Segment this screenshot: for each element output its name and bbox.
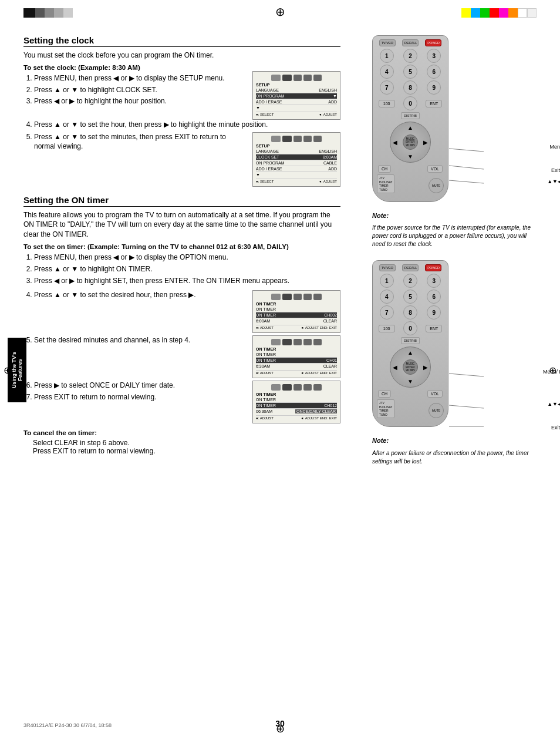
- timer-step-7: Press EXIT to return to normal viewing.: [34, 392, 247, 402]
- svg-line-1: [449, 166, 484, 169]
- svg-line-3: [449, 374, 484, 376]
- note-1: Note: If the power source for the TV is …: [372, 211, 537, 248]
- section-clock-title: Setting the clock: [23, 35, 340, 47]
- cancel-timer-section: To cancel the on timer: Select CLEAR in …: [23, 429, 340, 455]
- note-2: Note: After a power failure or disconnec…: [372, 436, 537, 465]
- clock-steps-list: Press MENU, then press ◀ or ▶ to display…: [34, 73, 247, 108]
- r2-num-2[interactable]: 2: [403, 274, 417, 288]
- r2-num-5[interactable]: 5: [403, 290, 417, 304]
- num-1-btn[interactable]: 1: [380, 49, 394, 63]
- cancel-step-2: Press EXIT to return to normal viewing.: [33, 447, 340, 455]
- top-left-strip: [23, 8, 73, 18]
- remote-2: TV/VEO RECALL POWER 1 2 3 4 5 6 7 8 9: [372, 260, 448, 427]
- r2-nav-left[interactable]: ◀: [393, 364, 397, 371]
- mute-btn-2[interactable]: MUTE: [429, 403, 444, 418]
- jtv-btn[interactable]: JTVH-DL/SATTIMERTUND: [377, 174, 394, 193]
- num-6-btn[interactable]: 6: [427, 65, 441, 79]
- num-9-btn[interactable]: 9: [427, 80, 441, 95]
- note-2-title: Note:: [372, 436, 537, 445]
- section-on-timer: Setting the ON timer This feature allows…: [23, 195, 340, 456]
- top-right-strip: [461, 8, 537, 18]
- clock-step-5-list: Press ▲ or ▼ to set the minutes, then pr…: [34, 132, 247, 154]
- nav-down-btn[interactable]: ▼: [407, 153, 413, 160]
- r2-100-btn[interactable]: 100: [379, 325, 395, 332]
- mute-btn-1[interactable]: MUTE: [429, 178, 444, 193]
- footer-left: 3R40121A/E P24-30 30 6/7/04, 18:58: [23, 722, 112, 728]
- timer-step-6: Press ▶ to select ONCE or DAILY timer da…: [34, 381, 247, 391]
- r2-0-btn[interactable]: 0: [403, 321, 417, 335]
- num-7-btn[interactable]: 7: [380, 80, 394, 95]
- r2-vol-btn[interactable]: VOL: [427, 390, 443, 398]
- power-btn[interactable]: POWER: [425, 39, 441, 46]
- top-crosshair: ⊕: [275, 5, 285, 19]
- r2-nav-up[interactable]: ▲: [407, 349, 413, 356]
- clock-step-1: Press MENU, then press ◀ or ▶ to display…: [34, 73, 247, 83]
- r2-num-4[interactable]: 4: [380, 290, 394, 304]
- r2-nav-right[interactable]: ▶: [423, 364, 428, 371]
- exit-label-2: Exit: [551, 425, 560, 430]
- sidebar-tab: Using the TV's Features: [8, 338, 26, 402]
- num-0-btn[interactable]: 0: [403, 96, 417, 110]
- num-5-btn[interactable]: 5: [403, 65, 417, 79]
- clock-step-3: Press ◀ or ▶ to highlight the hour posit…: [34, 96, 247, 106]
- timer-steps-list: Press MENU, then press ◀ or ▶ to display…: [34, 253, 340, 285]
- section-clock: Setting the clock You must set the clock…: [23, 35, 340, 187]
- clock-steps-4-5: Press ▲ or ▼ to set the hour, then press…: [34, 120, 340, 130]
- screen-image-3: ON TIMER ON TIMER ON TIMERCH002 6:00AMCL…: [252, 290, 340, 333]
- screen-image-1: SETUP LANGUAGEENGLISH ON PROGRAM▼ ADD / …: [252, 71, 340, 120]
- r2-distrib-btn[interactable]: DISTRIB: [401, 337, 420, 344]
- r2-num-7[interactable]: 7: [380, 305, 394, 319]
- r2-jtv-btn[interactable]: JTVH-DL/SATTIMERTUND: [377, 399, 394, 418]
- remote-1-container: TV/VEO RECALL POWER 1 2 3 4 5 6 7 8 9: [372, 35, 537, 202]
- r2-nav-down[interactable]: ▼: [407, 378, 413, 385]
- vol-btn[interactable]: VOL: [427, 165, 443, 173]
- power-btn-2[interactable]: POWER: [425, 264, 441, 271]
- num-4-btn[interactable]: 4: [380, 65, 394, 79]
- distrib-btn[interactable]: DISTRIB: [401, 112, 420, 119]
- r2-num-8[interactable]: 8: [403, 305, 417, 319]
- num-8-btn[interactable]: 8: [403, 80, 417, 95]
- timer-step-2: Press ▲ or ▼ to highlight ON TIMER.: [34, 264, 340, 274]
- r2-num-9[interactable]: 9: [427, 305, 441, 319]
- num-2-btn[interactable]: 2: [403, 49, 417, 63]
- section-timer-title: Setting the ON timer: [23, 195, 340, 207]
- ch-btn[interactable]: CH: [378, 165, 391, 173]
- clock-example-label: To set the clock: (Example: 8:30 AM): [23, 64, 340, 71]
- num-100-btn[interactable]: 100: [379, 100, 395, 107]
- svg-line-2: [449, 180, 484, 183]
- r2-ch-btn[interactable]: CH: [378, 390, 391, 398]
- r2-ent-btn[interactable]: ENT: [426, 325, 442, 332]
- menu-enter-label: Menu/ Enter: [543, 369, 560, 375]
- nav-up-btn[interactable]: ▲: [407, 125, 413, 131]
- r2-num-1[interactable]: 1: [380, 274, 394, 288]
- nav-center-btn[interactable]: MUSICENTER3D MIN: [403, 134, 418, 150]
- screen-image-2: SETUP LANGUAGEENGLISH CLOCK SET8:00AM ON…: [252, 132, 340, 187]
- exit-label-1: Exit: [551, 167, 560, 173]
- r2-nav-center[interactable]: MUSICENTER3D MIN: [403, 359, 418, 375]
- tv-vdeo-btn-2[interactable]: TV/VEO: [379, 264, 396, 271]
- tv-vdeo-btn[interactable]: TV/VEO: [379, 39, 396, 46]
- timer-step-5-list: Set the desired minutes and channel, as …: [34, 335, 247, 347]
- timer-step-3: Press ◀ or ▶ to highlight SET, then pres…: [34, 276, 340, 286]
- remote-1: TV/VEO RECALL POWER 1 2 3 4 5 6 7 8 9: [372, 35, 448, 202]
- screen-image-4: ON TIMER ON TIMER ON TIMERCH01 6:30AMCLE…: [252, 335, 340, 378]
- svg-line-0: [449, 149, 484, 152]
- recall-btn-2[interactable]: RECALL: [402, 264, 419, 271]
- ent-btn[interactable]: ENT: [426, 100, 442, 107]
- clock-step-2: Press ▲ or ▼ to highlight CLOCK SET.: [34, 85, 247, 95]
- svg-line-4: [449, 405, 484, 408]
- timer-step-1: Press MENU, then press ◀ or ▶ to display…: [34, 253, 340, 263]
- cancel-timer-label: To cancel the on timer:: [23, 429, 340, 436]
- screen-image-5: ON TIMER ON TIMER ON TIMERCH012 06:30AMO…: [252, 381, 340, 423]
- r2-num-6[interactable]: 6: [427, 290, 441, 304]
- r2-num-3[interactable]: 3: [427, 274, 441, 288]
- nav-arrows-label: ▲▼◀▶: [547, 179, 560, 184]
- recall-btn[interactable]: RECALL: [402, 39, 419, 46]
- note-2-text: After a power failure or disconnection o…: [372, 449, 537, 466]
- timer-step-4: Press ▲ or ▼ to set the desired hour, th…: [34, 290, 247, 300]
- section-clock-intro: You must set the clock before you can pr…: [23, 51, 340, 60]
- nav-right-btn[interactable]: ▶: [423, 139, 428, 146]
- bottom-crosshair: ⊕: [276, 722, 285, 735]
- num-3-btn[interactable]: 3: [427, 49, 441, 63]
- nav-left-btn[interactable]: ◀: [393, 139, 397, 146]
